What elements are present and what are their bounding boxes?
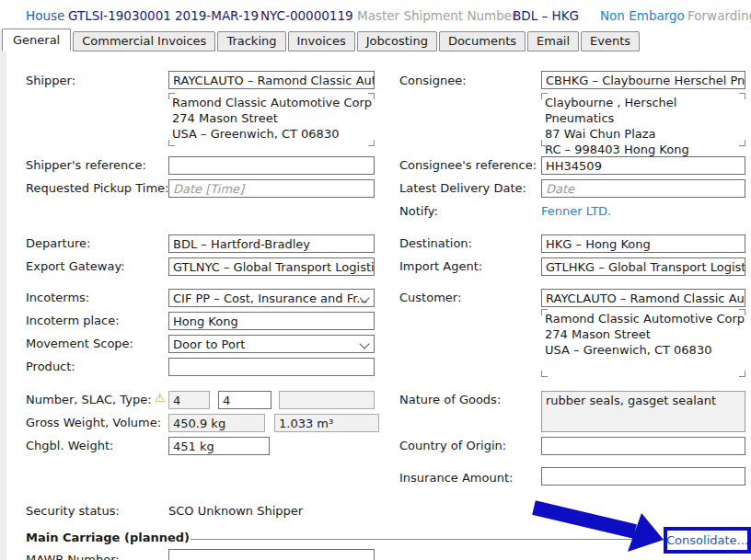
product-label: Product: bbox=[26, 360, 75, 373]
destination-input[interactable]: HKG – Hong Kong bbox=[541, 234, 745, 253]
left-panel-edge bbox=[0, 29, 6, 560]
insurance-amount-label: Insurance Amount: bbox=[399, 471, 513, 485]
section-divider bbox=[191, 539, 660, 540]
consignee-address-box: Claybourne , Herschel Pneumatics 87 Wai … bbox=[541, 93, 745, 146]
house-shipment-window: House GTLSI-19030001 2019-MAR-19 NYC-000… bbox=[0, 0, 751, 560]
tab-invoices[interactable]: Invoices bbox=[288, 31, 355, 51]
shipper-address-box: Ramond Classic Automotive Corp 274 Mason… bbox=[168, 93, 375, 146]
departure-input[interactable]: BDL – Hartford-Bradley bbox=[168, 234, 375, 253]
gross-weight-input: 450.9 kg bbox=[168, 414, 265, 432]
notify-label: Notify: bbox=[399, 204, 438, 218]
corner-mark bbox=[168, 140, 175, 146]
insurance-amount-input[interactable] bbox=[541, 467, 745, 486]
customer-address-line: Ramond Classic Automotive Corp bbox=[545, 311, 745, 326]
tab-bar: General Commercial Invoices Tracking Inv… bbox=[2, 29, 641, 51]
mode-label: Forwarding bbox=[687, 8, 751, 23]
import-agent-label: Import Agent: bbox=[399, 259, 482, 273]
consignees-reference-input[interactable]: HH34509 bbox=[541, 156, 745, 175]
destination-label: Destination: bbox=[399, 236, 472, 250]
shipper-input[interactable]: RAYCLAUTO – Ramond Classic Auto ( bbox=[168, 71, 375, 89]
movement-scope-selected-value: Door to Port bbox=[173, 337, 245, 351]
chargeable-weight-input[interactable]: 451 kg bbox=[168, 437, 270, 455]
tab-commercial-invoices[interactable]: Commercial Invoices bbox=[73, 31, 215, 51]
volume-input: 1.033 m³ bbox=[274, 414, 379, 432]
number-input: 4 bbox=[168, 391, 210, 409]
chevron-down-icon bbox=[359, 338, 369, 349]
incoterms-select[interactable]: CIF PP – Cost, Insurance and Fr... bbox=[168, 289, 375, 307]
shipment-date: 2019-MAR-19 bbox=[175, 8, 259, 23]
requested-pickup-time-input[interactable]: Date [Time] bbox=[168, 179, 375, 198]
customer-address-line: 274 Mason Street bbox=[545, 326, 745, 342]
export-gateway-label: Export Gateway: bbox=[26, 259, 125, 273]
corner-mark bbox=[541, 93, 548, 99]
annotation-highlight-box: Consolidate... bbox=[664, 527, 751, 554]
master-shipment-number-placeholder: Master Shipment Number bbox=[357, 8, 517, 23]
shipper-address-line: 274 Mason Street bbox=[172, 110, 375, 126]
corner-mark bbox=[739, 93, 745, 99]
product-input[interactable] bbox=[168, 358, 375, 376]
incoterm-place-input[interactable]: Hong Kong bbox=[168, 312, 375, 330]
latest-delivery-date-label: Latest Delivery Date: bbox=[399, 181, 526, 195]
consignee-input[interactable]: CBHKG – Claybourne Herschel Pneu bbox=[541, 71, 745, 89]
route-lanes: BDL – HKG bbox=[513, 8, 579, 23]
corner-mark bbox=[541, 371, 548, 377]
incoterms-label: Incoterms: bbox=[26, 291, 89, 304]
movement-scope-select[interactable]: Door to Port bbox=[168, 335, 375, 353]
chargeable-weight-label: Chgbl. Weight: bbox=[26, 439, 113, 452]
shipment-number: GTLSI-19030001 bbox=[68, 8, 171, 23]
security-status-label: Security status: bbox=[26, 504, 120, 518]
consignee-address-line: 87 Wai Chun Plaza bbox=[545, 126, 745, 142]
incoterm-place-label: Incoterm place: bbox=[26, 314, 120, 327]
customer-address-line: USA – Greenwich, CT 06830 bbox=[545, 342, 745, 358]
nature-of-goods-label: Nature of Goods: bbox=[399, 393, 501, 406]
shipper-address-line: Ramond Classic Automotive Corp bbox=[172, 95, 375, 110]
corner-mark bbox=[739, 140, 745, 146]
corner-mark bbox=[739, 371, 745, 377]
tab-events[interactable]: Events bbox=[581, 31, 640, 51]
tab-documents[interactable]: Documents bbox=[439, 31, 526, 51]
slac-input[interactable]: 4 bbox=[218, 391, 272, 409]
corner-mark bbox=[739, 309, 745, 315]
movement-scope-label: Movement Scope: bbox=[26, 337, 133, 350]
tab-email[interactable]: Email bbox=[527, 31, 579, 51]
shipper-address-line: USA – Greenwich, CT 06830 bbox=[172, 126, 375, 142]
country-of-origin-label: Country of Origin: bbox=[399, 439, 506, 452]
corner-mark bbox=[368, 140, 375, 146]
tab-tracking[interactable]: Tracking bbox=[217, 31, 285, 51]
notify-party-link[interactable]: Fenner LTD. bbox=[541, 204, 611, 218]
incoterms-selected-value: CIF PP – Cost, Insurance and Fr... bbox=[173, 291, 368, 305]
doc-type-title: House bbox=[26, 8, 64, 23]
file-number: NYC-00000119 bbox=[260, 8, 353, 23]
shippers-reference-input[interactable] bbox=[168, 156, 375, 175]
customer-label: Customer: bbox=[399, 291, 461, 304]
requested-pickup-time-label: Requested Pickup Time: bbox=[26, 181, 168, 195]
departure-label: Departure: bbox=[26, 236, 90, 250]
mawb-number-label: MAWB Number: bbox=[26, 553, 120, 560]
warning-triangle-icon: ⚠ bbox=[155, 392, 166, 404]
latest-delivery-date-input[interactable]: Date bbox=[541, 179, 745, 198]
consignee-address-line: Claybourne , Herschel Pneumatics bbox=[545, 95, 745, 126]
tab-general[interactable]: General bbox=[2, 29, 71, 51]
main-carriage-section-title: Main Carriage (planned) bbox=[26, 531, 190, 544]
mawb-number-input[interactable] bbox=[168, 549, 375, 560]
shipper-label: Shipper: bbox=[26, 74, 75, 87]
consignee-label: Consignee: bbox=[399, 74, 467, 87]
consignee-address-line: RC – 998403 Hong Kong bbox=[545, 142, 745, 157]
embargo-status: Non Embargo bbox=[600, 8, 685, 23]
tab-jobcosting[interactable]: Jobcosting bbox=[357, 31, 437, 51]
export-gateway-input[interactable]: GTLNYC – Global Transport Logistics bbox=[168, 257, 375, 276]
consolidate-button[interactable]: Consolidate... bbox=[666, 533, 748, 547]
consignees-reference-label: Consignee's reference: bbox=[399, 158, 537, 172]
number-slac-type-label: Number, SLAC, Type: bbox=[26, 393, 152, 406]
nature-of-goods-textarea: rubber seals, gasget sealant bbox=[541, 391, 745, 432]
gross-weight-volume-label: Gross Weight, Volume: bbox=[26, 416, 161, 429]
customer-input[interactable]: RAYCLAUTO – Ramond Classic Auto bbox=[541, 289, 745, 307]
type-input bbox=[279, 391, 375, 409]
import-agent-input[interactable]: GTLHKG – Global Transport Logistics bbox=[541, 257, 745, 276]
customer-address-box: Ramond Classic Automotive Corp 274 Mason… bbox=[541, 309, 745, 377]
security-status-value: SCO Unknown Shipper bbox=[168, 504, 303, 518]
corner-mark bbox=[368, 93, 375, 99]
country-of-origin-input[interactable] bbox=[541, 437, 745, 455]
corner-mark bbox=[541, 309, 548, 315]
corner-mark bbox=[541, 140, 548, 146]
